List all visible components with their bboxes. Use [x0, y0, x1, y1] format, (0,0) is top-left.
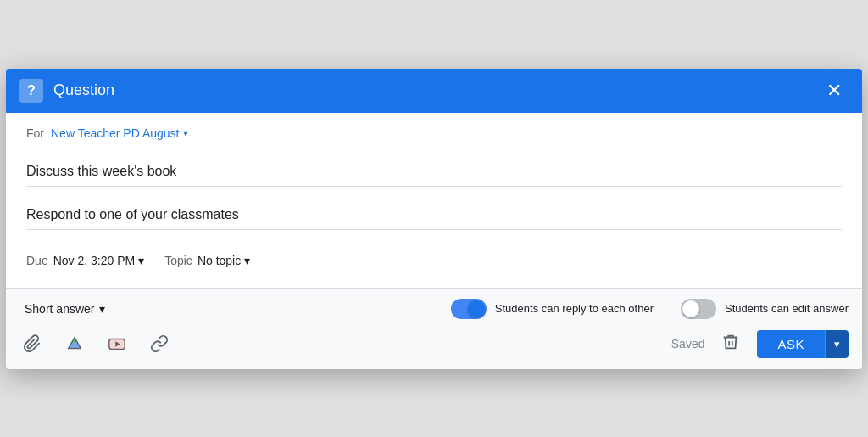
ask-chevron-button[interactable]: ▾ [825, 330, 849, 358]
header-left: ? Question [19, 79, 114, 103]
attach-file-button[interactable] [19, 331, 45, 356]
dialog-body: For New Teacher PD August ▾ Due Nov 2, 3… [6, 113, 862, 288]
ask-button-container: ASK ▾ [757, 330, 849, 358]
due-label: Due [26, 254, 48, 267]
youtube-icon [108, 334, 126, 353]
answer-type-chevron-icon: ▾ [99, 302, 105, 316]
for-value-text: New Teacher PD August [51, 126, 180, 140]
reply-toggle-thumb [468, 300, 485, 317]
for-value-selector[interactable]: New Teacher PD August ▾ [51, 126, 188, 140]
topic-selector[interactable]: No topic ▾ [198, 254, 250, 267]
for-chevron-icon: ▾ [183, 127, 188, 139]
reply-toggle-slider [451, 299, 487, 319]
attachment-icons [19, 331, 172, 356]
for-row: For New Teacher PD August ▾ [26, 126, 842, 140]
edit-toggle[interactable] [681, 299, 716, 319]
dialog-footer: Short answer ▾ Students can reply to eac… [6, 289, 862, 369]
edit-toggle-label: Students can edit answer [725, 302, 849, 315]
answer-type-button[interactable]: Short answer ▾ [19, 299, 110, 319]
topic-label: Topic [164, 254, 192, 267]
reply-toggle[interactable] [451, 299, 487, 319]
close-button[interactable]: ✕ [820, 78, 849, 104]
footer-left: Short answer ▾ [19, 299, 110, 319]
due-chevron-icon: ▾ [138, 254, 144, 267]
dialog-title: Question [53, 81, 114, 99]
drive-icon [65, 334, 84, 353]
due-selector[interactable]: Nov 2, 3:20 PM ▾ [53, 254, 145, 267]
footer-toggles: Students can reply to each other Student… [451, 299, 849, 319]
ask-button[interactable]: ASK [757, 330, 825, 358]
edit-toggle-slider [681, 299, 716, 319]
question-icon: ? [19, 79, 43, 103]
saved-indicator: Saved [671, 337, 705, 350]
trash-icon [721, 333, 740, 351]
instructions-input[interactable] [26, 200, 842, 230]
footer-actions: Saved ASK ▾ [671, 329, 849, 359]
due-value-text: Nov 2, 3:20 PM [53, 254, 136, 267]
attach-drive-button[interactable] [62, 331, 87, 356]
reply-toggle-group: Students can reply to each other [451, 299, 654, 319]
footer-top-row: Short answer ▾ Students can reply to eac… [19, 299, 849, 319]
paperclip-icon [23, 334, 42, 353]
reply-toggle-label: Students can reply to each other [495, 302, 654, 315]
edit-toggle-thumb [682, 300, 699, 317]
dialog-header: ? Question ✕ [6, 69, 862, 113]
meta-row: Due Nov 2, 3:20 PM ▾ Topic No topic ▾ [26, 244, 842, 281]
link-icon [150, 334, 169, 353]
footer-bottom-row: Saved ASK ▾ [19, 329, 849, 359]
ask-chevron-icon: ▾ [834, 338, 840, 350]
for-label: For [26, 126, 44, 140]
question-dialog: ? Question ✕ For New Teacher PD August ▾… [6, 69, 862, 369]
delete-button[interactable] [715, 329, 747, 359]
topic-chevron-icon: ▾ [244, 254, 250, 267]
edit-toggle-group: Students can edit answer [681, 299, 849, 319]
answer-type-label: Short answer [25, 302, 94, 316]
question-input[interactable] [26, 157, 842, 187]
due-item: Due Nov 2, 3:20 PM ▾ [26, 254, 144, 267]
attach-youtube-button[interactable] [104, 331, 130, 356]
topic-value-text: No topic [198, 254, 241, 267]
topic-item: Topic No topic ▾ [164, 254, 250, 267]
attach-link-button[interactable] [147, 331, 172, 356]
